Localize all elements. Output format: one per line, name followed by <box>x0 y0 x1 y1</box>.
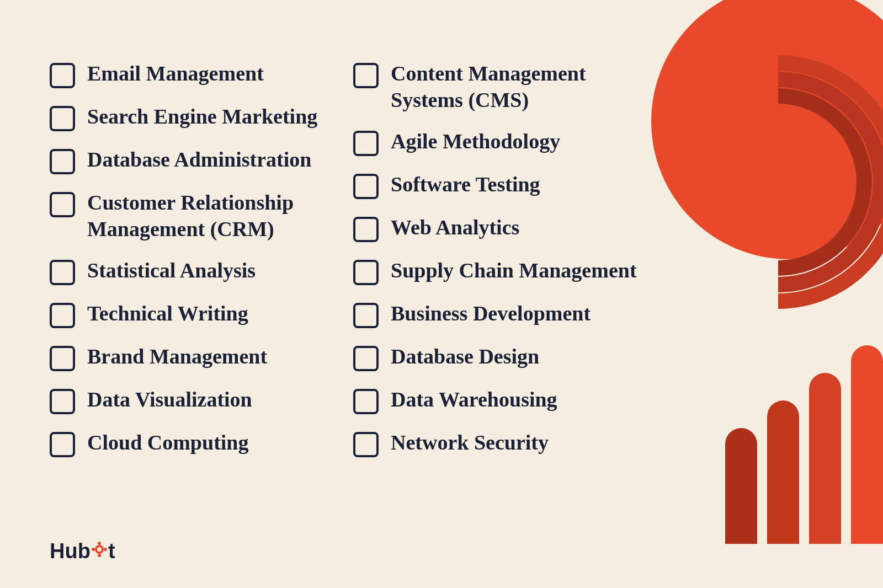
skill-item: Email Management <box>50 61 353 88</box>
page-container: Email Management Search Engine Marketing… <box>0 0 883 588</box>
skill-item: Technical Writing <box>50 301 353 328</box>
checkbox[interactable] <box>353 217 379 242</box>
skill-item: Database Administration <box>50 147 353 174</box>
skill-label: Database Administration <box>87 147 311 173</box>
skill-label: Cloud Computing <box>87 430 248 456</box>
skill-label: Brand Management <box>87 344 267 370</box>
skill-label: Data Warehousing <box>391 387 557 413</box>
skill-label: Search Engine Marketing <box>87 104 317 130</box>
skills-grid: Email Management Search Engine Marketing… <box>50 61 657 473</box>
checkbox[interactable] <box>50 149 75 174</box>
checkbox[interactable] <box>50 389 75 414</box>
bars-decoration <box>725 323 883 544</box>
bar-3 <box>767 400 799 544</box>
left-column: Email Management Search Engine Marketing… <box>50 61 353 473</box>
skill-item: Software Testing <box>353 172 657 199</box>
skill-item: Agile Methodology <box>353 129 657 156</box>
right-column: Content Management Systems (CMS) Agile M… <box>353 61 657 473</box>
skill-label: Technical Writing <box>87 301 248 327</box>
skill-label: Software Testing <box>391 172 540 198</box>
checkbox[interactable] <box>353 131 379 156</box>
skill-item: Web Analytics <box>353 215 657 242</box>
skill-label: Data Visualization <box>87 387 252 413</box>
hubspot-text: Hub t <box>50 539 115 563</box>
skill-item: Cloud Computing <box>50 430 353 457</box>
bar-4 <box>725 428 757 544</box>
skill-label: Content Management Systems (CMS) <box>391 61 657 113</box>
svg-point-5 <box>104 548 107 551</box>
hubspot-sprocket-icon <box>91 541 108 558</box>
svg-point-2 <box>98 542 101 545</box>
checkbox[interactable] <box>50 106 75 131</box>
skill-label: Agile Methodology <box>391 129 560 155</box>
skill-item: Data Visualization <box>50 387 353 414</box>
checkbox[interactable] <box>50 303 75 328</box>
checkbox[interactable] <box>50 346 75 371</box>
skill-label: Database Design <box>391 344 539 370</box>
arc-decoration <box>651 55 883 331</box>
skill-label: Email Management <box>87 61 264 87</box>
checkbox[interactable] <box>353 260 379 285</box>
decoration <box>651 0 883 588</box>
skill-item: Content Management Systems (CMS) <box>353 61 657 113</box>
checkbox[interactable] <box>353 432 379 457</box>
skill-label: Business Development <box>391 301 591 327</box>
skill-item: Business Development <box>353 301 657 328</box>
hubspot-logo: Hub t <box>50 539 115 563</box>
svg-point-1 <box>97 547 102 552</box>
svg-point-3 <box>98 554 101 557</box>
checkbox[interactable] <box>353 346 379 371</box>
skill-label: Supply Chain Management <box>391 258 637 284</box>
skill-item: Search Engine Marketing <box>50 104 353 131</box>
skill-label: Customer Relationship Management (CRM) <box>87 190 353 242</box>
skill-item: Data Warehousing <box>353 387 657 414</box>
checkbox[interactable] <box>353 174 379 199</box>
bar-2 <box>809 373 841 544</box>
checkbox[interactable] <box>50 192 75 217</box>
checkbox[interactable] <box>353 63 379 88</box>
skill-label: Statistical Analysis <box>87 258 256 284</box>
skill-item: Network Security <box>353 430 657 457</box>
checkbox[interactable] <box>50 63 75 88</box>
bar-1 <box>851 345 883 544</box>
skill-item: Database Design <box>353 344 657 371</box>
skill-item: Brand Management <box>50 344 353 371</box>
skill-item: Customer Relationship Management (CRM) <box>50 190 353 242</box>
checkbox[interactable] <box>50 260 75 285</box>
checkbox[interactable] <box>50 432 75 457</box>
skill-item: Supply Chain Management <box>353 258 657 285</box>
skill-item: Statistical Analysis <box>50 258 353 285</box>
skill-label: Network Security <box>391 430 549 456</box>
skill-label: Web Analytics <box>391 215 519 241</box>
checkbox[interactable] <box>353 389 379 414</box>
svg-point-4 <box>92 548 95 551</box>
checkbox[interactable] <box>353 303 379 328</box>
